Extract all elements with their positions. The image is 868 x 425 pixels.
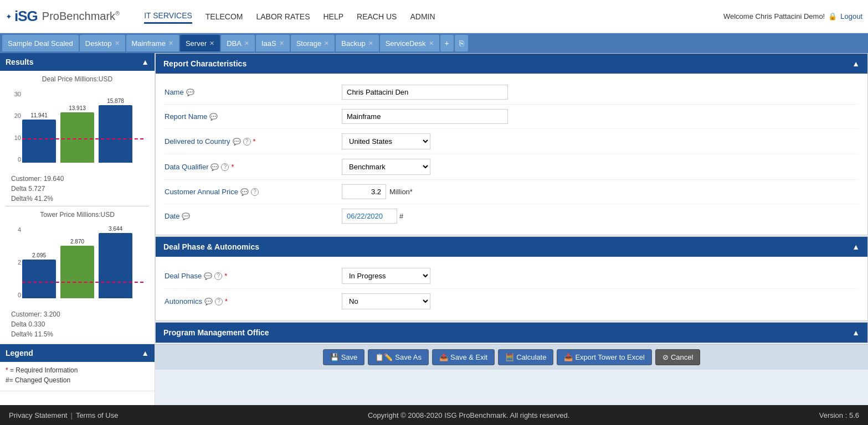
field-report-name-label: Report Name 💬 [165,112,342,121]
tab-close-mainframe[interactable]: ✕ [168,40,173,47]
tab-server[interactable]: Server ✕ [180,35,220,51]
tab-servicedesk[interactable]: ServiceDesk ✕ [380,35,439,51]
chart2-delta-pct: Delta% 11.5% [6,329,149,339]
tab-label: IaaS [261,39,276,48]
footer: Privacy Statement | Terms of Use Copyrig… [0,405,868,425]
tab-sample-deal-scaled[interactable]: Sample Deal Scaled [2,35,79,51]
price-info-icon[interactable]: 💬 [240,188,249,196]
nav-it-services[interactable]: IT SERVICES [144,9,192,24]
results-header[interactable]: Results ▲ [0,53,155,71]
field-qualifier-label: Data Qualifier 💬 ? * [165,163,342,171]
deal-phase-info-icon[interactable]: 💬 [204,272,212,280]
tab-copy-button[interactable]: ⎘ [455,35,468,51]
field-date-label: Date 💬 [165,212,342,220]
tab-close-servicedesk[interactable]: ✕ [429,40,434,47]
nav-reach-us[interactable]: REACH US [357,10,397,23]
date-info-icon[interactable]: 💬 [182,212,190,220]
tab-close-iaas[interactable]: ✕ [279,40,284,47]
content-area: Report Characteristics ▲ Name 💬 [155,53,868,405]
deal-phase-help-icon[interactable]: ? [214,272,222,280]
privacy-link[interactable]: Privacy Statement [9,411,68,419]
toolbar: 💾 Save 📋✏️ Save As 📤 Save & Exit 🧮 Calcu… [155,344,868,370]
cancel-label: Cancel [671,353,693,361]
tab-label: Mainframe [132,39,166,48]
field-country-label: Delivered to Country 💬 ? * [165,137,342,146]
tab-dba[interactable]: DBA ✕ [221,35,255,51]
qualifier-select[interactable]: Benchmark Market [342,159,430,175]
autonomics-help-icon[interactable]: ? [215,298,223,305]
field-deal-phase-control: In Progress Won Lost Pending [342,268,859,284]
export-button[interactable]: 📥 Export Tower to Excel [557,349,651,365]
autonomics-info-icon[interactable]: 💬 [204,298,213,305]
deal-phase-collapse-icon[interactable]: ▲ [852,242,860,251]
tab-close-backup[interactable]: ✕ [368,40,373,47]
terms-link[interactable]: Terms of Use [76,411,119,419]
nav-labor-rates[interactable]: LABOR RATES [256,10,310,23]
tab-close-dba[interactable]: ✕ [244,40,249,47]
tab-close-server[interactable]: ✕ [209,40,214,47]
tab-backup[interactable]: Backup ✕ [336,35,378,51]
save-as-button[interactable]: 📋✏️ Save As [368,349,429,365]
lock-icon: 🔒 [828,12,837,20]
chart2: Tower Price Millions:USD 4 2 0 2.095 [6,211,149,339]
field-date-row: Date 💬 # [165,204,859,228]
legend-collapse-icon[interactable]: ▲ [141,349,149,357]
field-autonomics-label: Autonomics 💬 ? * [165,297,342,305]
report-name-input[interactable] [342,109,508,124]
deal-phase-header[interactable]: Deal Phase & Autonomics ▲ [156,237,867,257]
save-button[interactable]: 💾 Save [323,349,365,365]
qualifier-info-icon[interactable]: 💬 [210,163,219,171]
tab-close-desktop[interactable]: ✕ [115,40,120,47]
chart1-title: Deal Price Millions:USD [6,75,149,83]
calculate-button[interactable]: 🧮 Calculate [498,349,553,365]
name-input[interactable] [342,85,508,100]
tab-iaas[interactable]: IaaS ✕ [256,35,290,51]
tab-mainframe[interactable]: Mainframe ✕ [126,35,179,51]
name-info-icon[interactable]: 💬 [186,89,194,96]
price-unit: Million* [389,188,413,196]
date-input[interactable] [342,209,397,224]
field-name-row: Name 💬 [165,80,859,105]
pmo-collapse-icon[interactable]: ▲ [852,328,860,337]
footer-divider: | [71,411,73,419]
save-exit-button[interactable]: 📤 Save & Exit [432,349,495,365]
chart2-bar-2: 2.870 [60,239,94,298]
deal-phase-panel: Deal Phase & Autonomics ▲ Deal Phase 💬 ?… [155,236,868,321]
save-icon: 💾 [330,353,339,361]
deal-phase-select[interactable]: In Progress Won Lost Pending [342,268,430,284]
save-as-icon: 📋✏️ [375,353,393,361]
tab-label: ServiceDesk [386,39,426,48]
qualifier-help-icon[interactable]: ? [221,163,229,171]
nav-help[interactable]: HELP [323,10,344,23]
field-name-label: Name 💬 [165,88,342,96]
tab-add-button[interactable]: + [440,35,454,51]
pmo-title: Program Management Office [163,328,269,337]
price-input[interactable] [342,184,386,199]
legend-header[interactable]: Legend ▲ [0,344,155,362]
country-select[interactable]: United States United Kingdom Germany Fra… [342,133,430,149]
nav-admin[interactable]: ADMIN [410,10,435,23]
tab-storage[interactable]: Storage ✕ [291,35,335,51]
chart2-bars: 2.095 2.870 3.644 [22,226,132,298]
results-collapse-icon[interactable]: ▲ [141,58,149,66]
report-characteristics-header[interactable]: Report Characteristics ▲ [156,54,867,74]
chart1-bar-2: 13.913 [60,105,94,163]
calculate-icon: 🧮 [505,353,514,361]
country-info-icon[interactable]: 💬 [233,138,241,146]
price-help-icon[interactable]: ? [251,188,259,196]
logout-button[interactable]: Logout [840,12,862,20]
tab-close-storage[interactable]: ✕ [324,40,329,47]
chart1-bar-3: 15.878 [99,98,132,163]
pmo-header[interactable]: Program Management Office ▲ [156,323,867,343]
report-characteristics-collapse-icon[interactable]: ▲ [852,59,860,68]
country-help-icon[interactable]: ? [243,138,251,146]
autonomics-select[interactable]: No Yes [342,293,430,309]
tab-desktop[interactable]: Desktop ✕ [80,35,125,51]
logo-isg: iSG [14,8,38,25]
save-exit-icon: 📤 [439,353,448,361]
report-name-info-icon[interactable]: 💬 [209,113,218,121]
export-icon: 📥 [564,353,573,361]
nav-telecom[interactable]: TELECOM [206,10,243,23]
chart1-delta: Delta 5.727 [6,184,149,194]
cancel-button[interactable]: ⊘ Cancel [655,349,700,365]
